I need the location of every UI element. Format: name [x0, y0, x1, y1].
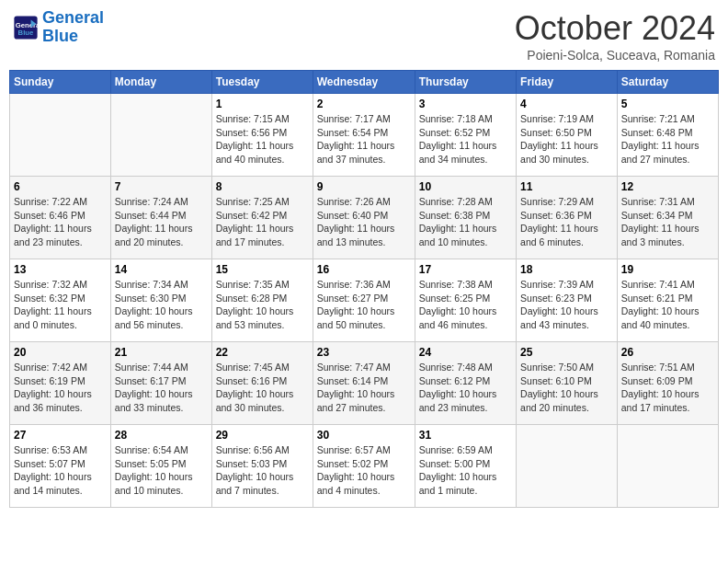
day-info: Sunrise: 7:29 AM Sunset: 6:36 PM Dayligh…: [520, 195, 613, 249]
day-number: 13: [14, 263, 107, 276]
day-number: 7: [115, 180, 208, 193]
logo: General Blue General Blue: [13, 9, 104, 46]
day-number: 19: [621, 263, 714, 276]
calendar-cell: 6Sunrise: 7:22 AM Sunset: 6:46 PM Daylig…: [10, 177, 111, 259]
calendar-cell: 13Sunrise: 7:32 AM Sunset: 6:32 PM Dayli…: [10, 259, 111, 342]
day-number: 3: [419, 98, 512, 110]
day-number: 1: [216, 98, 309, 110]
day-info: Sunrise: 7:34 AM Sunset: 6:30 PM Dayligh…: [115, 278, 208, 332]
calendar-cell: 2Sunrise: 7:17 AM Sunset: 6:54 PM Daylig…: [313, 94, 415, 177]
day-number: 21: [115, 346, 208, 359]
day-info: Sunrise: 7:42 AM Sunset: 6:19 PM Dayligh…: [14, 361, 107, 415]
calendar-cell: 21Sunrise: 7:44 AM Sunset: 6:17 PM Dayli…: [110, 342, 211, 425]
day-number: 20: [14, 346, 107, 359]
day-info: Sunrise: 7:44 AM Sunset: 6:17 PM Dayligh…: [115, 361, 208, 415]
day-number: 30: [317, 429, 411, 442]
weekday-header: Wednesday: [313, 71, 415, 94]
calendar-cell: 28Sunrise: 6:54 AM Sunset: 5:05 PM Dayli…: [110, 425, 211, 508]
weekday-header: Sunday: [10, 71, 111, 94]
day-info: Sunrise: 7:17 AM Sunset: 6:54 PM Dayligh…: [317, 112, 411, 167]
day-info: Sunrise: 7:36 AM Sunset: 6:27 PM Dayligh…: [317, 278, 411, 332]
day-number: 6: [14, 180, 107, 193]
day-number: 12: [621, 180, 714, 193]
day-info: Sunrise: 7:45 AM Sunset: 6:16 PM Dayligh…: [216, 361, 309, 415]
day-info: Sunrise: 7:26 AM Sunset: 6:40 PM Dayligh…: [317, 195, 411, 249]
calendar-week-row: 6Sunrise: 7:22 AM Sunset: 6:46 PM Daylig…: [10, 177, 719, 259]
day-info: Sunrise: 7:32 AM Sunset: 6:32 PM Dayligh…: [14, 278, 107, 332]
day-number: 18: [520, 263, 613, 276]
calendar-cell: 18Sunrise: 7:39 AM Sunset: 6:23 PM Dayli…: [517, 259, 618, 342]
day-info: Sunrise: 7:38 AM Sunset: 6:25 PM Dayligh…: [419, 278, 512, 332]
calendar-cell: 12Sunrise: 7:31 AM Sunset: 6:34 PM Dayli…: [617, 177, 718, 259]
calendar-cell: 25Sunrise: 7:50 AM Sunset: 6:10 PM Dayli…: [517, 342, 618, 425]
day-number: 26: [621, 346, 714, 359]
weekday-header: Friday: [517, 71, 618, 94]
day-number: 14: [115, 263, 208, 276]
day-number: 25: [520, 346, 613, 359]
weekday-header: Thursday: [415, 71, 516, 94]
calendar-cell: 23Sunrise: 7:47 AM Sunset: 6:14 PM Dayli…: [313, 342, 415, 425]
calendar-cell: 5Sunrise: 7:21 AM Sunset: 6:48 PM Daylig…: [617, 94, 718, 177]
day-number: 16: [317, 263, 411, 276]
calendar-cell: 27Sunrise: 6:53 AM Sunset: 5:07 PM Dayli…: [10, 425, 111, 508]
day-info: Sunrise: 7:15 AM Sunset: 6:56 PM Dayligh…: [216, 112, 309, 167]
calendar-cell: [617, 425, 718, 508]
day-info: Sunrise: 7:19 AM Sunset: 6:50 PM Dayligh…: [520, 112, 613, 167]
calendar-cell: 10Sunrise: 7:28 AM Sunset: 6:38 PM Dayli…: [415, 177, 516, 259]
calendar-week-row: 1Sunrise: 7:15 AM Sunset: 6:56 PM Daylig…: [10, 94, 719, 177]
calendar-cell: 4Sunrise: 7:19 AM Sunset: 6:50 PM Daylig…: [517, 94, 618, 177]
calendar-cell: 19Sunrise: 7:41 AM Sunset: 6:21 PM Dayli…: [617, 259, 718, 342]
logo-line1: General: [42, 8, 104, 27]
calendar-cell: 15Sunrise: 7:35 AM Sunset: 6:28 PM Dayli…: [211, 259, 313, 342]
calendar-cell: 14Sunrise: 7:34 AM Sunset: 6:30 PM Dayli…: [110, 259, 211, 342]
title-block: October 2024 Poieni-Solca, Suceava, Roma…: [515, 9, 715, 63]
calendar-week-row: 27Sunrise: 6:53 AM Sunset: 5:07 PM Dayli…: [10, 425, 719, 508]
weekday-header-row: SundayMondayTuesdayWednesdayThursdayFrid…: [10, 71, 719, 94]
calendar-cell: 24Sunrise: 7:48 AM Sunset: 6:12 PM Dayli…: [415, 342, 516, 425]
day-number: 28: [115, 429, 208, 442]
calendar-cell: 26Sunrise: 7:51 AM Sunset: 6:09 PM Dayli…: [617, 342, 718, 425]
day-info: Sunrise: 7:39 AM Sunset: 6:23 PM Dayligh…: [520, 278, 613, 332]
calendar-cell: 7Sunrise: 7:24 AM Sunset: 6:44 PM Daylig…: [110, 177, 211, 259]
svg-text:Blue: Blue: [18, 29, 34, 37]
calendar-cell: 31Sunrise: 6:59 AM Sunset: 5:00 PM Dayli…: [415, 425, 516, 508]
day-info: Sunrise: 7:22 AM Sunset: 6:46 PM Dayligh…: [14, 195, 107, 249]
day-info: Sunrise: 7:18 AM Sunset: 6:52 PM Dayligh…: [419, 112, 512, 167]
day-info: Sunrise: 6:54 AM Sunset: 5:05 PM Dayligh…: [115, 443, 208, 498]
day-number: 11: [520, 180, 613, 193]
day-info: Sunrise: 7:24 AM Sunset: 6:44 PM Dayligh…: [115, 195, 208, 249]
month-title: October 2024: [515, 9, 715, 48]
logo-line2: Blue: [42, 27, 78, 45]
day-info: Sunrise: 7:50 AM Sunset: 6:10 PM Dayligh…: [520, 361, 613, 415]
day-number: 24: [419, 346, 512, 359]
calendar-cell: [517, 425, 618, 508]
day-number: 9: [317, 180, 411, 193]
day-info: Sunrise: 7:51 AM Sunset: 6:09 PM Dayligh…: [621, 361, 714, 415]
day-info: Sunrise: 7:48 AM Sunset: 6:12 PM Dayligh…: [419, 361, 512, 415]
calendar-week-row: 20Sunrise: 7:42 AM Sunset: 6:19 PM Dayli…: [10, 342, 719, 425]
weekday-header: Monday: [110, 71, 211, 94]
day-number: 10: [419, 180, 512, 193]
calendar-cell: 29Sunrise: 6:56 AM Sunset: 5:03 PM Dayli…: [211, 425, 313, 508]
day-number: 5: [621, 98, 714, 110]
day-number: 17: [419, 263, 512, 276]
day-number: 31: [419, 429, 512, 442]
calendar-cell: 20Sunrise: 7:42 AM Sunset: 6:19 PM Dayli…: [10, 342, 111, 425]
day-number: 22: [216, 346, 309, 359]
day-info: Sunrise: 7:41 AM Sunset: 6:21 PM Dayligh…: [621, 278, 714, 332]
day-info: Sunrise: 6:56 AM Sunset: 5:03 PM Dayligh…: [216, 443, 309, 498]
day-number: 23: [317, 346, 411, 359]
logo-icon: General Blue: [13, 15, 39, 40]
weekday-header: Tuesday: [211, 71, 313, 94]
day-info: Sunrise: 7:47 AM Sunset: 6:14 PM Dayligh…: [317, 361, 411, 415]
calendar-table: SundayMondayTuesdayWednesdayThursdayFrid…: [9, 70, 719, 508]
calendar-cell: [110, 94, 211, 177]
day-info: Sunrise: 6:53 AM Sunset: 5:07 PM Dayligh…: [14, 443, 107, 498]
day-info: Sunrise: 7:25 AM Sunset: 6:42 PM Dayligh…: [216, 195, 309, 249]
calendar-cell: 1Sunrise: 7:15 AM Sunset: 6:56 PM Daylig…: [211, 94, 313, 177]
day-number: 15: [216, 263, 309, 276]
svg-text:General: General: [16, 21, 39, 29]
calendar-cell: 22Sunrise: 7:45 AM Sunset: 6:16 PM Dayli…: [211, 342, 313, 425]
logo-text: General Blue: [42, 9, 104, 46]
calendar-cell: 17Sunrise: 7:38 AM Sunset: 6:25 PM Dayli…: [415, 259, 516, 342]
